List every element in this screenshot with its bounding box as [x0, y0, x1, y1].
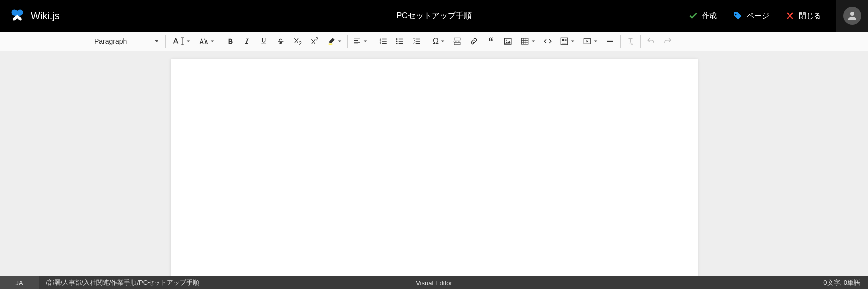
underline-button[interactable]	[255, 32, 272, 51]
bold-button[interactable]	[222, 32, 238, 51]
separator	[165, 35, 166, 48]
page-label: ページ	[747, 11, 769, 21]
undo-button[interactable]	[642, 32, 659, 51]
media-icon	[583, 37, 592, 46]
page-content[interactable]	[171, 59, 698, 276]
svg-text:x: x	[631, 41, 633, 46]
svg-text:3: 3	[380, 42, 381, 45]
page-button[interactable]: ページ	[726, 7, 776, 25]
font-family-button[interactable]	[167, 32, 194, 51]
page-break-button[interactable]	[449, 32, 466, 51]
table-icon	[520, 37, 529, 46]
bullet-list-button[interactable]	[392, 32, 408, 51]
close-label: 閉じる	[799, 11, 821, 21]
code-icon	[543, 37, 552, 46]
svg-point-6	[396, 43, 398, 44]
font-size-button[interactable]	[194, 32, 218, 51]
separator	[620, 35, 621, 48]
highlight-button[interactable]	[323, 32, 346, 51]
chevron-down-icon	[531, 39, 535, 43]
quote-icon: “	[488, 36, 493, 47]
svg-rect-13	[562, 39, 564, 41]
chevron-down-icon	[594, 39, 598, 43]
hr-icon	[606, 37, 615, 46]
paragraph-style-label: Paragraph	[94, 37, 127, 45]
strikethrough-icon	[277, 37, 285, 45]
subscript-button[interactable]: X2	[289, 32, 306, 51]
check-icon	[688, 11, 698, 21]
svg-rect-8	[454, 42, 460, 45]
remove-format-icon: x	[626, 37, 635, 46]
separator	[640, 35, 641, 48]
image-button[interactable]	[499, 32, 516, 51]
page-title: PCセットアップ手順	[396, 11, 471, 21]
insert-template-button[interactable]	[556, 32, 579, 51]
create-button[interactable]: 作成	[681, 7, 724, 25]
chevron-down-icon	[363, 39, 367, 43]
header-actions: 作成 ページ 閉じる	[681, 0, 868, 32]
todo-list-button[interactable]	[408, 32, 425, 51]
media-embed-button[interactable]	[579, 32, 602, 51]
svg-rect-7	[454, 38, 460, 40]
svg-rect-12	[561, 38, 568, 45]
superscript-button[interactable]: X2	[306, 32, 323, 51]
svg-rect-11	[521, 38, 528, 44]
code-block-button[interactable]	[539, 32, 556, 51]
language-indicator[interactable]: JA	[0, 276, 39, 289]
butterfly-icon	[10, 8, 25, 23]
editor-mode: Visual Editor	[416, 279, 452, 287]
remove-format-button[interactable]: x	[622, 32, 639, 51]
list-ul-icon	[395, 37, 404, 46]
font-size-icon	[198, 37, 208, 46]
chevron-down-icon	[571, 39, 575, 43]
editor-canvas	[0, 51, 868, 276]
blockquote-button[interactable]: “	[482, 32, 499, 51]
numbered-list-button[interactable]: 123	[375, 32, 392, 51]
italic-icon	[243, 37, 251, 45]
undo-icon	[646, 37, 655, 46]
italic-button[interactable]	[238, 32, 255, 51]
app-header: Wiki.js PCセットアップ手順 作成 ページ 閉じる	[0, 0, 868, 32]
close-button[interactable]: 閉じる	[778, 7, 828, 25]
list-ol-icon: 123	[379, 37, 388, 46]
separator	[373, 35, 373, 48]
redo-button[interactable]	[659, 32, 676, 51]
separator	[347, 35, 348, 48]
paragraph-style-select[interactable]: Paragraph	[89, 32, 164, 51]
image-icon	[503, 37, 512, 46]
svg-point-5	[396, 41, 398, 42]
strikethrough-button[interactable]	[272, 32, 289, 51]
chevron-down-icon	[186, 39, 190, 43]
word-count: 0文字, 0単語	[823, 278, 868, 287]
align-button[interactable]	[349, 32, 371, 51]
superscript-icon: X2	[311, 37, 318, 46]
bold-icon	[226, 37, 234, 45]
status-bar: JA /部署/人事部/入社関連/作業手順/PCセットアップ手順 Visual E…	[0, 276, 868, 289]
editor-toolbar: Paragraph X2 X2 123 Ω “	[0, 32, 868, 51]
align-left-icon	[353, 37, 361, 45]
list-check-icon	[412, 37, 421, 46]
page-path: /部署/人事部/入社関連/作業手順/PCセットアップ手順	[39, 278, 199, 287]
avatar-section[interactable]	[836, 0, 868, 32]
page-break-icon	[453, 37, 462, 46]
user-avatar-icon	[843, 7, 861, 25]
omega-icon: Ω	[433, 37, 439, 46]
separator	[427, 35, 427, 48]
special-char-button[interactable]: Ω	[429, 32, 449, 51]
logo-section[interactable]: Wiki.js	[0, 8, 60, 23]
horizontal-rule-button[interactable]	[602, 32, 619, 51]
svg-rect-0	[329, 44, 333, 45]
svg-point-10	[506, 40, 507, 41]
close-icon	[785, 11, 795, 21]
link-button[interactable]	[466, 32, 482, 51]
subscript-icon: X2	[294, 36, 302, 46]
template-icon	[560, 37, 569, 46]
chevron-down-icon	[210, 39, 214, 43]
separator	[220, 35, 220, 48]
svg-point-4	[396, 38, 398, 40]
font-icon	[171, 37, 180, 46]
link-icon	[470, 37, 478, 46]
table-button[interactable]	[516, 32, 539, 51]
redo-icon	[663, 37, 672, 46]
create-label: 作成	[702, 11, 717, 21]
